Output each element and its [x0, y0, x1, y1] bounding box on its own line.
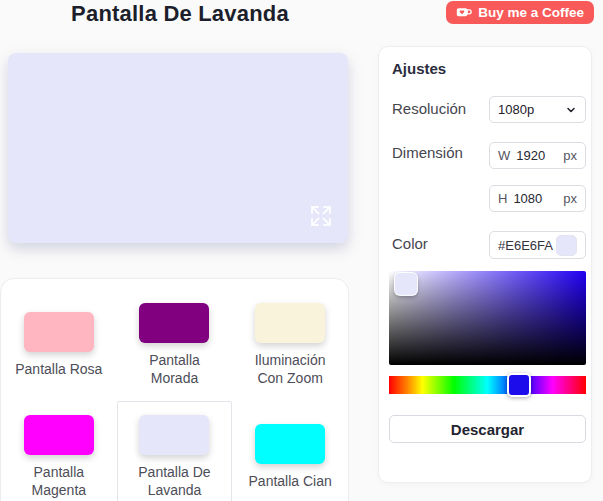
color-label: Color	[392, 235, 428, 252]
page-title: Pantalla De Lavanda	[0, 1, 360, 27]
palette-item-lavanda-selected[interactable]: Pantalla De Lavanda	[117, 401, 233, 501]
palette-label: Pantalla Magenta	[12, 463, 106, 499]
screen-preview[interactable]	[8, 53, 348, 243]
buy-me-a-coffee-button[interactable]: Buy me a Coffee	[446, 1, 594, 24]
resolution-value: 1080p	[498, 102, 534, 117]
palette-item-morada[interactable]: Pantalla Morada	[117, 289, 233, 401]
palette-item-cian[interactable]: Pantalla Cian	[232, 401, 348, 501]
hue-slider[interactable]	[389, 376, 586, 394]
width-input[interactable]: W 1920 px	[489, 142, 586, 169]
buy-button-label: Buy me a Coffee	[478, 5, 584, 20]
color-chip	[556, 235, 577, 256]
coffee-cup-icon	[456, 6, 472, 20]
palette-item-iluminacion-zoom[interactable]: Iluminación Con Zoom	[232, 289, 348, 401]
palette-swatch[interactable]	[24, 312, 94, 352]
palette-swatch[interactable]	[139, 303, 209, 343]
hex-color-input[interactable]: #E6E6FA	[489, 231, 586, 259]
app-root: Pantalla De Lavanda Buy me a Coffee	[0, 0, 603, 501]
palette-swatch[interactable]	[255, 424, 325, 464]
resolution-label: Resolución	[392, 100, 466, 117]
resolution-select[interactable]: 1080p	[489, 96, 586, 123]
hue-slider-handle[interactable]	[507, 373, 531, 397]
width-value: 1920	[516, 148, 563, 163]
palette-label: Pantalla De Lavanda	[127, 463, 221, 499]
palette-swatch[interactable]	[139, 415, 209, 455]
dimension-label: Dimensión	[392, 144, 463, 161]
palette-label: Pantalla Morada	[127, 351, 221, 387]
palette-item-rosa[interactable]: Pantalla Rosa	[1, 289, 117, 401]
saturation-picker-handle[interactable]	[395, 273, 417, 295]
palette-label: Iluminación Con Zoom	[243, 351, 337, 387]
saturation-picker[interactable]	[389, 271, 586, 365]
width-unit: px	[563, 148, 577, 163]
height-value: 1080	[513, 191, 563, 206]
chevron-down-icon	[565, 104, 577, 116]
palette-item-magenta[interactable]: Pantalla Magenta	[1, 401, 117, 501]
palette-swatch[interactable]	[24, 415, 94, 455]
width-prefix: W	[498, 148, 510, 163]
height-unit: px	[563, 191, 577, 206]
palette-label: Pantalla Rosa	[15, 360, 102, 378]
settings-panel: Ajustes Resolución 1080p Dimensión W 192…	[378, 46, 592, 483]
height-prefix: H	[498, 191, 507, 206]
hex-color-value: #E6E6FA	[498, 238, 553, 253]
palette-label: Pantalla Cian	[249, 472, 332, 490]
palette-swatch[interactable]	[255, 303, 325, 343]
settings-heading: Ajustes	[392, 60, 446, 77]
palette-grid: Pantalla Rosa Pantalla Morada Iluminació…	[1, 279, 348, 501]
fullscreen-expand-icon[interactable]	[308, 204, 334, 230]
download-button[interactable]: Descargar	[389, 415, 586, 443]
palette-card: Pantalla Rosa Pantalla Morada Iluminació…	[0, 278, 349, 501]
height-input[interactable]: H 1080 px	[489, 185, 586, 212]
